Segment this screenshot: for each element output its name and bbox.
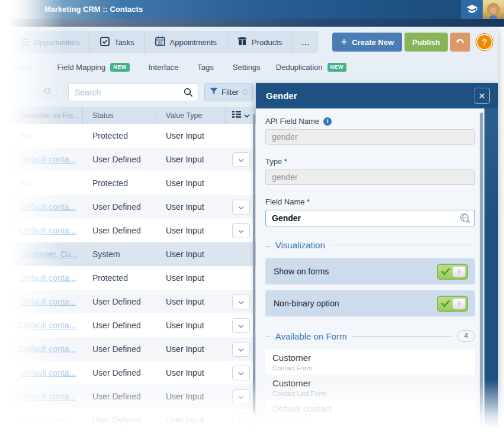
calendar-icon: 22 bbox=[155, 36, 165, 48]
toggle-knob bbox=[452, 266, 466, 277]
list-scrollbar[interactable] bbox=[253, 114, 255, 414]
collapse-dash-icon[interactable]: – bbox=[265, 331, 270, 341]
user-avatar[interactable] bbox=[483, 0, 504, 19]
row-menu-button[interactable] bbox=[232, 389, 250, 404]
search-input[interactable] bbox=[69, 84, 198, 101]
form-link[interactable]: Default conta... bbox=[20, 415, 76, 425]
field-detail-panel: Gender ✕ API Field Name i Type * bbox=[256, 83, 498, 432]
form-list-item[interactable]: Customer Contact Lost Form bbox=[265, 375, 475, 400]
status-cell: User Defined bbox=[83, 392, 156, 401]
table-row[interactable]: Default conta... User Defined User Input bbox=[6, 290, 256, 313]
table-row[interactable]: Default conta... User Defined User Input bbox=[6, 408, 256, 432]
column-header-available-on-form[interactable]: Available on For... bbox=[6, 107, 83, 124]
undo-arrow-icon bbox=[455, 37, 465, 47]
table-header: Available on For... Status Value Type bbox=[6, 107, 256, 124]
column-settings-button[interactable] bbox=[226, 107, 256, 124]
form-list-item[interactable]: Customer Contact Form bbox=[265, 349, 475, 375]
subnav-item-interface[interactable]: Interface bbox=[149, 63, 179, 72]
value-type-cell: User Input bbox=[156, 344, 226, 354]
form-link[interactable]: Default conta... bbox=[20, 321, 76, 330]
row-menu-button[interactable] bbox=[232, 295, 250, 309]
form-link[interactable]: Default conta... bbox=[20, 226, 76, 235]
value-type-cell: User Input bbox=[156, 415, 226, 425]
form-link[interactable]: Default conta... bbox=[20, 155, 76, 164]
table-row[interactable]: No Protected User Input bbox=[6, 124, 256, 148]
form-link[interactable]: Default conta... bbox=[20, 297, 76, 306]
table-row[interactable]: Default conta... User Defined User Input bbox=[6, 195, 256, 219]
row-menu-button[interactable] bbox=[232, 413, 250, 428]
close-button[interactable]: ✕ bbox=[474, 88, 490, 104]
row-menu-button[interactable] bbox=[232, 342, 250, 357]
status-cell: User Defined bbox=[83, 344, 156, 354]
row-menu-button[interactable] bbox=[232, 152, 250, 167]
new-badge: NEW bbox=[110, 63, 130, 72]
form-link[interactable]: Default conta... bbox=[20, 392, 76, 401]
tab-appointments[interactable]: 22 Appointments bbox=[145, 31, 228, 53]
top-strip bbox=[0, 19, 504, 27]
form-list-item[interactable]: Default contact Contact Form bbox=[265, 400, 475, 425]
chevron-down-icon bbox=[238, 416, 244, 425]
subnav-item-deduplication[interactable]: Deduplication NEW bbox=[276, 63, 346, 72]
box-icon bbox=[237, 37, 247, 48]
show-on-forms-toggle[interactable] bbox=[437, 264, 468, 280]
value-type-cell: User Input bbox=[156, 249, 226, 259]
form-link[interactable]: Customer, Cu... bbox=[20, 249, 78, 259]
table-row[interactable]: ct Default conta... User Defined User In… bbox=[6, 313, 256, 337]
tab-opportunities[interactable]: Opportunities bbox=[11, 31, 90, 53]
chevron-down-icon bbox=[238, 321, 244, 330]
table-row[interactable]: ct Default conta... User Defined User In… bbox=[6, 385, 256, 408]
training-button[interactable] bbox=[461, 0, 483, 19]
field-name-input[interactable] bbox=[265, 210, 475, 226]
app-window: Marketing CRM :: Contacts Opportunities bbox=[0, 0, 504, 432]
form-link: No bbox=[20, 131, 31, 140]
info-icon[interactable]: i bbox=[323, 117, 332, 126]
form-link[interactable]: Default conta... bbox=[20, 368, 76, 377]
subnav-item-settings[interactable]: Settings bbox=[233, 63, 261, 72]
filter-button[interactable]: Filter bbox=[204, 83, 253, 101]
table-row[interactable]: Default conta... User Defined User Input bbox=[6, 148, 256, 171]
table-row[interactable]: Customer, Cu... System User Input bbox=[6, 242, 256, 266]
chevron-down-icon bbox=[238, 392, 244, 401]
plus-icon: + bbox=[341, 36, 347, 47]
publish-button[interactable]: Publish bbox=[405, 33, 448, 52]
row-menu-button[interactable] bbox=[232, 223, 250, 238]
create-new-button[interactable]: + Create New bbox=[332, 33, 402, 52]
visualization-toggles: Show on forms Non-binary option bbox=[265, 258, 475, 316]
column-header-value-type[interactable]: Value Type bbox=[156, 107, 226, 124]
help-button[interactable]: ? bbox=[476, 33, 493, 51]
row-menu-button[interactable] bbox=[232, 366, 250, 380]
row-menu-button[interactable] bbox=[232, 318, 250, 333]
tab-tasks[interactable]: Tasks bbox=[90, 31, 145, 53]
checkbox-icon bbox=[100, 37, 110, 48]
chevron-down-icon bbox=[238, 297, 244, 306]
table-row[interactable]: ct Default conta... User Defined User In… bbox=[6, 337, 256, 361]
top-bar: Marketing CRM :: Contacts bbox=[0, 0, 504, 19]
table-row[interactable]: Default conta... Protected User Input bbox=[6, 266, 256, 290]
subnav-item-tags[interactable]: Tags bbox=[197, 63, 213, 72]
subnav-item-field-mapping[interactable]: Field Mapping NEW bbox=[57, 63, 130, 72]
translate-globe-icon[interactable]: A bbox=[460, 213, 471, 226]
tab-more[interactable]: ... bbox=[293, 31, 319, 53]
undo-button[interactable] bbox=[450, 33, 470, 52]
table-row[interactable]: Default conta... User Defined User Input bbox=[6, 361, 256, 385]
panel-scrollbar[interactable] bbox=[480, 113, 483, 432]
form-link[interactable]: Default conta... bbox=[20, 344, 76, 354]
search-box bbox=[68, 83, 198, 101]
close-icon: ✕ bbox=[479, 91, 486, 101]
value-type-cell: User Input bbox=[156, 202, 226, 212]
value-type-cell: User Input bbox=[156, 368, 226, 377]
subnav-item-permissions[interactable]: missions bbox=[1, 63, 31, 72]
form-link[interactable]: Default conta... bbox=[20, 202, 76, 212]
table-row[interactable]: ct Default conta... User Defined User In… bbox=[6, 219, 256, 242]
column-header-status[interactable]: Status bbox=[83, 107, 156, 124]
collapse-dash-icon[interactable]: – bbox=[265, 241, 270, 250]
row-menu-button[interactable] bbox=[232, 200, 250, 215]
form-link[interactable]: Default conta... bbox=[20, 273, 76, 283]
main-card: Opportunities Tasks 22 Appointments bbox=[6, 27, 498, 432]
tab-bar: Opportunities Tasks 22 Appointments bbox=[11, 31, 493, 53]
value-type-cell: User Input bbox=[156, 178, 226, 188]
table-row[interactable]: No Protected User Input bbox=[6, 171, 256, 195]
tab-products[interactable]: Products bbox=[227, 31, 293, 53]
non-binary-option-toggle[interactable] bbox=[437, 296, 468, 312]
record-count-badge: 43 bbox=[36, 85, 57, 98]
